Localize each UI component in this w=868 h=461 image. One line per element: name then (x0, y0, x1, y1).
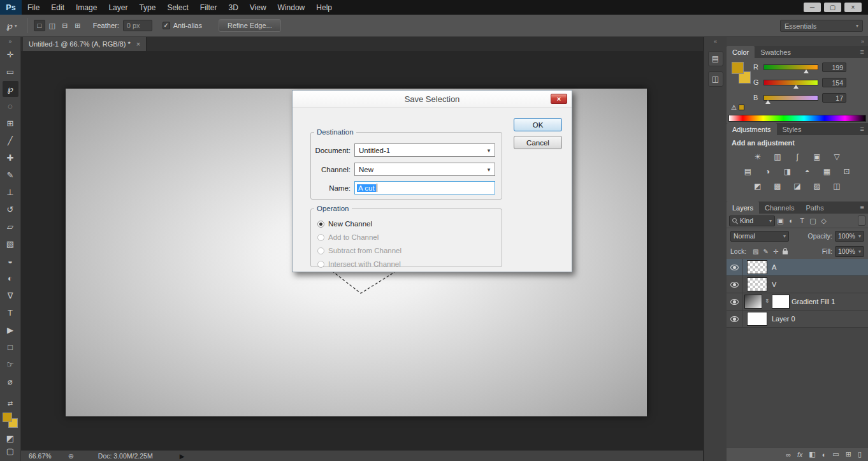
tab-channels[interactable]: Channels (759, 201, 800, 214)
lock-image-icon[interactable]: ✎ (763, 248, 769, 255)
hue-saturation-icon[interactable]: ▤ (741, 166, 755, 177)
tab-paths[interactable]: Paths (800, 201, 830, 214)
tab-adjustments[interactable]: Adjustments (727, 123, 777, 135)
zoom-level[interactable]: 66.67% (29, 452, 52, 460)
path-selection-tool[interactable]: ▶ (3, 322, 18, 338)
channel-dropdown[interactable]: New ▾ (354, 163, 495, 176)
radio-intersect-with-channel[interactable]: Intersect with Channel (317, 260, 401, 268)
radio-subtract-from-channel[interactable]: Subtract from Channel (317, 247, 401, 254)
gradient-tool[interactable]: ▧ (3, 236, 18, 252)
menu-help[interactable]: Help (310, 0, 338, 15)
layer-mask-link-icon[interactable]: ∞ (764, 299, 770, 305)
gamut-warning-icon[interactable]: ⚠ (731, 104, 737, 111)
radio-new-channel[interactable]: New Channel (317, 220, 372, 228)
cancel-button[interactable]: Cancel (514, 136, 562, 149)
layer-thumbnail[interactable] (744, 295, 762, 309)
threshold-icon[interactable]: ◪ (790, 180, 804, 192)
blend-mode-dropdown[interactable]: Normal ▾ (730, 231, 789, 242)
menu-image[interactable]: Image (70, 0, 103, 15)
tab-color[interactable]: Color (727, 46, 755, 58)
foreground-color-swatch[interactable] (3, 413, 12, 422)
visibility-toggle[interactable] (727, 259, 742, 275)
blue-value[interactable]: 17 (822, 93, 846, 103)
properties-panel-button[interactable]: ◫ (708, 71, 723, 87)
dialog-title-bar[interactable]: Save Selection × (293, 91, 572, 108)
zoom-tool[interactable]: ⌀ (3, 374, 18, 390)
name-input[interactable]: A cut (354, 181, 495, 194)
minimize-button[interactable]: ─ (804, 3, 821, 12)
red-slider[interactable] (763, 64, 818, 70)
anti-alias-checkbox[interactable]: ✓ (163, 22, 170, 29)
ok-button[interactable]: OK (514, 118, 562, 131)
tab-styles[interactable]: Styles (777, 123, 807, 135)
intersect-selection-button[interactable]: ⊞ (72, 20, 83, 31)
menu-3d[interactable]: 3D (222, 0, 243, 15)
gamut-color-swatch[interactable] (739, 105, 744, 110)
levels-icon[interactable]: ▥ (770, 151, 785, 163)
layer-style-icon[interactable]: fx (797, 451, 802, 458)
document-tab[interactable]: Untitled-1 @ 66.7% (A, RGB/8) * × (23, 37, 147, 51)
hand-tool[interactable]: ☞ (3, 356, 18, 372)
type-tool[interactable]: T (3, 305, 18, 321)
menu-edit[interactable]: Edit (45, 0, 70, 15)
tab-close-icon[interactable]: × (136, 40, 140, 48)
brush-tool[interactable]: ✎ (3, 167, 18, 183)
radio-button-icon[interactable] (317, 234, 324, 241)
menu-layer[interactable]: Layer (103, 0, 133, 15)
foreground-color-swatch[interactable] (732, 62, 744, 74)
collapse-panels-icon[interactable]: » (727, 37, 868, 46)
clone-stamp-tool[interactable]: ⊥ (3, 184, 18, 200)
lasso-tool[interactable]: ℘ (3, 81, 18, 97)
curves-icon[interactable]: ʃ (790, 151, 804, 163)
refine-edge-button[interactable]: Refine Edge... (219, 19, 281, 32)
green-slider[interactable] (763, 80, 818, 85)
quick-selection-tool[interactable]: ◌ (3, 98, 18, 114)
delete-layer-icon[interactable]: ▯ (858, 450, 862, 458)
link-layers-icon[interactable]: ∞ (786, 451, 791, 458)
new-adjustment-layer-icon[interactable]: ◐ (822, 451, 827, 458)
opacity-dropdown[interactable]: 100% ▾ (835, 231, 864, 242)
switch-colors-button[interactable]: ⇄ (3, 398, 18, 408)
pixel-layers-filter-icon[interactable]: ▣ (775, 217, 786, 225)
dialog-close-button[interactable]: × (551, 94, 567, 104)
crop-tool[interactable]: ⊞ (3, 115, 18, 131)
layer-thumbnail[interactable] (747, 312, 767, 326)
menu-filter[interactable]: Filter (194, 0, 223, 15)
eyedropper-tool[interactable]: ╱ (3, 133, 18, 149)
layer-thumbnail[interactable] (747, 277, 767, 291)
layer-row-v[interactable]: V (727, 276, 868, 293)
channel-mixer-icon[interactable]: ▦ (820, 166, 834, 177)
red-value[interactable]: 199 (822, 62, 846, 72)
green-value[interactable]: 154 (822, 78, 846, 87)
layer-row-gradient-fill[interactable]: ∞ Gradient Fill 1 (727, 293, 868, 311)
filter-toggle-switch[interactable] (858, 216, 865, 226)
layer-thumbnail[interactable] (747, 260, 767, 274)
menu-view[interactable]: View (244, 0, 272, 15)
layer-name[interactable]: A (772, 263, 776, 271)
dodge-tool[interactable]: ◐ (3, 270, 18, 286)
tab-layers[interactable]: Layers (727, 201, 759, 214)
color-lookup-icon[interactable]: ⊡ (840, 166, 854, 177)
pen-tool[interactable]: ∇ (3, 288, 18, 304)
status-arrow-icon[interactable]: ▶ (180, 453, 185, 460)
history-panel-button[interactable]: ▤ (708, 51, 723, 66)
screen-mode-button[interactable]: ▢ (3, 445, 18, 457)
feather-input[interactable]: 0 px (123, 20, 152, 31)
exposure-icon[interactable]: ▣ (810, 151, 824, 163)
new-layer-icon[interactable]: ⊞ (846, 450, 851, 458)
color-spectrum-bar[interactable] (728, 115, 866, 122)
marquee-tool[interactable]: ▭ (3, 64, 18, 80)
green-slider-handle[interactable] (793, 85, 799, 89)
menu-select[interactable]: Select (161, 0, 194, 15)
radio-button-icon[interactable] (317, 261, 324, 268)
blue-slider[interactable] (763, 95, 818, 101)
rectangle-tool[interactable]: □ (3, 339, 18, 355)
layer-row-a[interactable]: A (727, 259, 868, 276)
blue-slider-handle[interactable] (765, 100, 770, 104)
history-brush-tool[interactable]: ↺ (3, 201, 18, 217)
restore-button[interactable]: ▢ (824, 3, 841, 12)
smart-object-filter-icon[interactable]: ◇ (818, 217, 829, 225)
expand-dock-icon[interactable]: « (714, 37, 717, 46)
tool-preset-dropdown[interactable]: ℘ ▾ (6, 20, 17, 31)
add-layer-mask-icon[interactable]: ◧ (809, 450, 815, 458)
